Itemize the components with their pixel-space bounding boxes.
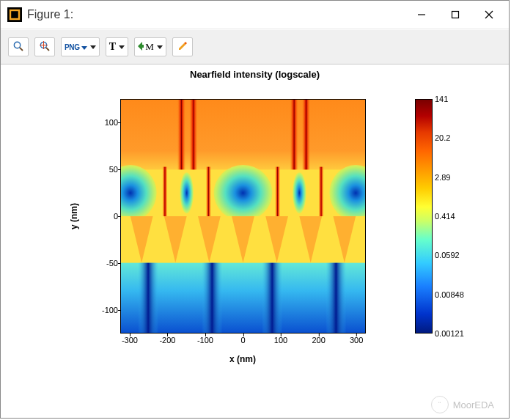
svg-rect-42	[262, 263, 282, 333]
svg-rect-30	[318, 167, 323, 223]
watermark: “ MoorEDA	[431, 396, 494, 413]
x-tick: 100	[274, 336, 287, 345]
colorbar[interactable]	[415, 99, 433, 334]
minimize-button[interactable]	[405, 3, 438, 26]
svg-rect-40	[138, 263, 158, 333]
cb-tick: 0.00121	[435, 329, 464, 338]
magnifier-target-icon	[39, 40, 51, 54]
watermark-icon: “	[431, 396, 449, 413]
text-tool-icon: T	[109, 41, 116, 53]
x-tick: -300	[122, 336, 138, 345]
png-export-icon: PNG	[65, 43, 80, 51]
y-tick: 100	[89, 118, 118, 127]
svg-marker-12	[81, 46, 87, 50]
x-tick: 300	[350, 336, 363, 345]
y-tick: -100	[89, 306, 118, 314]
x-axis-ticks: -300 -200 -100 0 100 200 300	[120, 334, 366, 348]
svg-rect-43	[326, 263, 346, 333]
plot-title: Nearfield intensity (logscale)	[190, 69, 320, 80]
window-title: Figure 1:	[27, 8, 405, 21]
window-controls	[405, 3, 506, 26]
maximize-button[interactable]	[438, 3, 472, 26]
svg-rect-28	[206, 167, 211, 223]
y-axis-label: y (nm)	[69, 203, 79, 229]
svg-line-7	[20, 47, 23, 50]
x-tick: -200	[159, 336, 175, 345]
svg-marker-13	[138, 42, 144, 51]
svg-rect-41	[202, 263, 222, 333]
titlebar[interactable]: Figure 1:	[1, 1, 509, 29]
x-tick: 200	[312, 336, 325, 345]
marker-tool-label: M	[145, 41, 154, 53]
chevron-down-icon	[90, 45, 96, 49]
app-icon	[7, 7, 23, 23]
cb-tick: 141	[435, 95, 448, 103]
text-tool-button[interactable]: T	[106, 37, 128, 56]
svg-point-6	[14, 42, 20, 48]
x-tick: 0	[240, 336, 245, 345]
chevron-down-icon	[157, 45, 163, 49]
zoom-region-button[interactable]	[34, 37, 55, 56]
x-tick: -100	[197, 336, 213, 345]
svg-point-25	[293, 172, 306, 213]
toolbar: PNG T M	[1, 29, 509, 65]
export-png-button[interactable]: PNG	[61, 37, 100, 56]
figure-window: Figure 1: PNG	[0, 0, 510, 419]
y-tick: 0	[89, 212, 118, 221]
svg-marker-14	[179, 43, 185, 50]
cb-tick: 0.00848	[435, 290, 464, 299]
marker-arrow-icon	[138, 42, 144, 53]
svg-point-24	[214, 165, 273, 221]
marker-tool-button[interactable]: M	[134, 37, 166, 56]
zoom-button[interactable]	[8, 37, 29, 56]
cb-tick: 20.2	[435, 133, 450, 142]
x-axis-label: x (nm)	[229, 354, 256, 364]
svg-rect-16	[121, 100, 365, 172]
y-tick: 50	[89, 165, 118, 174]
edit-tool-button[interactable]	[172, 37, 193, 56]
download-caret-icon	[81, 42, 87, 52]
heatmap-svg	[121, 100, 365, 333]
pencil-icon	[177, 41, 188, 54]
svg-rect-3	[452, 12, 459, 18]
svg-point-23	[180, 172, 193, 213]
y-tick: -50	[89, 259, 118, 268]
y-axis-ticks: 100 50 0 -50 -100	[89, 99, 118, 334]
cb-tick: 0.414	[435, 212, 455, 221]
magnifier-icon	[12, 40, 24, 54]
cb-tick: 2.89	[435, 173, 450, 182]
svg-rect-29	[275, 167, 280, 223]
close-button[interactable]	[472, 3, 506, 26]
chevron-down-icon	[119, 45, 125, 49]
svg-line-11	[46, 47, 49, 50]
watermark-text: MoorEDA	[453, 399, 494, 410]
plot-area[interactable]: Nearfield intensity (logscale) y (nm) x …	[1, 65, 509, 418]
svg-rect-27	[162, 167, 167, 223]
cb-tick: 0.0592	[435, 251, 460, 259]
heatmap-canvas[interactable]	[120, 99, 366, 334]
